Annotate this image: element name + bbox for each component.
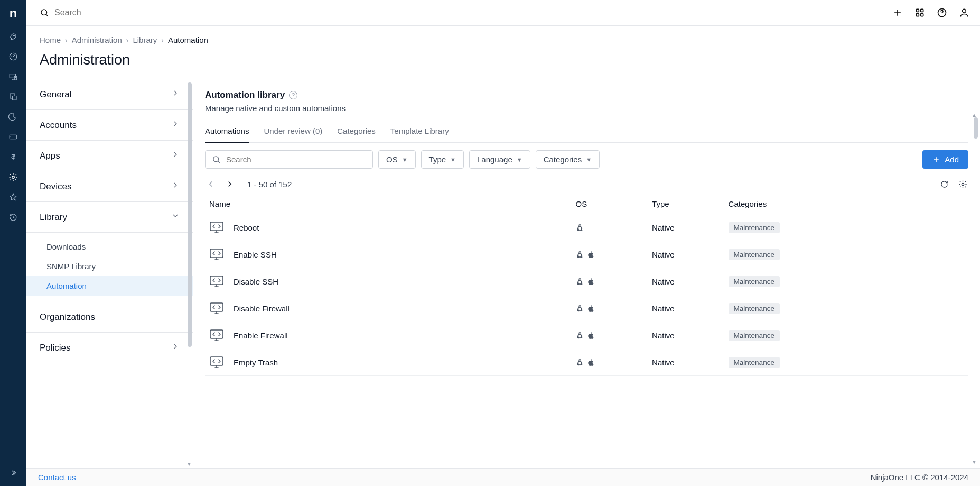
rail-history-icon[interactable] [0,207,26,227]
breadcrumb-library[interactable]: Library [133,35,157,44]
table-row[interactable]: Enable SSH Native Maintenance [205,241,968,268]
apps-button[interactable] [914,7,925,18]
filter-label: Categories [544,155,582,164]
row-type: Native [648,214,724,241]
category-chip: Maintenance [729,357,780,368]
col-os[interactable]: OS [572,194,648,214]
rail-patching-icon[interactable] [0,87,26,107]
pager-text: 1 - 50 of 152 [247,180,292,189]
svg-rect-13 [916,9,919,12]
filter-categories[interactable]: Categories ▼ [536,150,600,169]
tab-automations[interactable]: Automations [205,122,249,143]
pager-next[interactable] [225,179,235,189]
content-search-input[interactable] [226,155,366,164]
svg-rect-15 [916,14,919,16]
rail-favorites-icon[interactable] [0,187,26,207]
col-type[interactable]: Type [648,194,724,214]
scroll-thumb[interactable] [188,82,192,347]
rail-administration-icon[interactable] [0,167,26,187]
create-button[interactable] [892,7,903,18]
secnav-item-general[interactable]: General [26,79,193,110]
svg-point-18 [963,9,966,13]
chevron-icon [171,120,180,131]
app-logo[interactable]: n [0,0,26,26]
content-title: Automation library [205,90,285,100]
secnav-item-label: General [40,89,71,100]
secnav-item-policies[interactable]: Policies [26,333,193,363]
script-icon [209,275,224,288]
tab-categories[interactable]: Categories [337,122,376,142]
refresh-button[interactable] [940,180,949,189]
rail-reports-icon[interactable] [0,107,26,127]
secnav-item-devices[interactable]: Devices [26,171,193,202]
rail-ticketing-icon[interactable] [0,127,26,147]
category-chip: Maintenance [729,222,780,233]
scroll-down-arrow[interactable]: ▼ [186,461,192,467]
table-settings-button[interactable] [958,180,967,189]
content-search[interactable] [205,150,373,169]
content-help-icon[interactable]: ? [289,91,297,99]
page-header: Home › Administration › Library › Automa… [26,26,980,79]
table-row[interactable]: Disable Firewall Native Maintenance [205,295,968,322]
add-button[interactable]: Add [922,150,968,169]
rail-billing-icon[interactable] [0,147,26,167]
table-row[interactable]: Disable SSH Native Maintenance [205,268,968,295]
topbar [26,0,980,26]
col-name[interactable]: Name [205,194,572,214]
contact-link[interactable]: Contact us [38,473,76,482]
chevron-icon [171,89,180,100]
secnav-item-library[interactable]: Library [26,202,193,233]
tab-template-library[interactable]: Template Library [390,122,449,142]
script-icon [209,329,224,342]
svg-point-4 [13,35,14,36]
svg-rect-16 [921,14,923,16]
chevron-down-icon: ▼ [402,157,408,163]
row-type: Native [648,295,724,322]
linux-icon [576,278,584,286]
secnav-sub-downloads[interactable]: Downloads [26,237,193,256]
chevron-icon [171,150,180,161]
rail-getting-started-icon[interactable] [0,26,26,47]
table-row[interactable]: Empty Trash Native Maintenance [205,349,968,376]
table-row[interactable]: Enable Firewall Native Maintenance [205,322,968,349]
rail-dashboard-icon[interactable] [0,47,26,67]
secnav-sub-snmp library[interactable]: SNMP Library [26,256,193,276]
breadcrumb-administration[interactable]: Administration [72,35,122,44]
svg-rect-9 [13,96,17,100]
row-name: Reboot [234,223,259,232]
apple-icon [587,359,595,366]
filter-type[interactable]: Type ▼ [421,150,464,169]
apps-grid-icon [914,7,925,18]
scroll-down-arrow[interactable]: ▼ [972,459,977,465]
tab-under-review-0-[interactable]: Under review (0) [264,122,322,142]
footer: Contact us NinjaOne LLC © 2014-2024 [26,468,980,486]
add-button-label: Add [945,155,959,164]
breadcrumb-home[interactable]: Home [40,35,61,44]
secnav-item-apps[interactable]: Apps [26,141,193,171]
row-type: Native [648,322,724,349]
linux-icon [576,305,584,313]
pager-prev [206,179,216,189]
chevron-icon [171,342,180,353]
filter-os[interactable]: OS ▼ [378,150,416,169]
filter-label: Language [477,155,512,164]
col-categories[interactable]: Categories [724,194,968,214]
svg-point-12 [41,10,47,15]
table-row[interactable]: Reboot Native Maintenance [205,214,968,241]
linux-icon [576,359,584,366]
rail-devices-icon[interactable] [0,67,26,87]
secnav-sub-automation[interactable]: Automation [26,276,193,296]
scroll-thumb[interactable] [974,117,978,139]
apple-icon [587,305,595,313]
breadcrumb: Home › Administration › Library › Automa… [40,35,967,44]
filter-language[interactable]: Language ▼ [469,150,530,169]
row-name: Disable Firewall [234,304,290,313]
global-search[interactable] [40,8,884,17]
global-search-input[interactable] [54,8,213,17]
profile-button[interactable] [959,7,969,18]
rail-expand-icon[interactable] [0,460,26,486]
secnav-item-accounts[interactable]: Accounts [26,110,193,141]
secnav-item-organizations[interactable]: Organizations [26,302,193,333]
help-button[interactable] [937,7,947,18]
linux-icon [576,251,584,259]
